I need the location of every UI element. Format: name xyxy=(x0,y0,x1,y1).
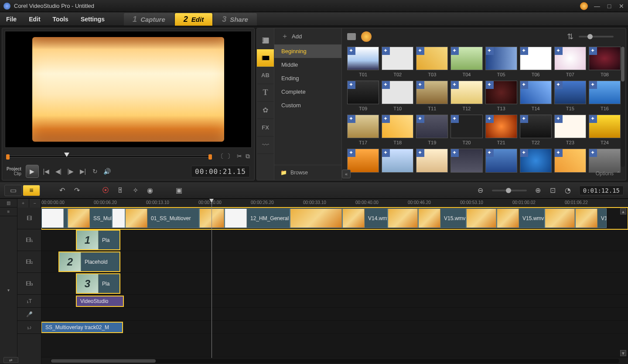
template-thumb[interactable]: T04 xyxy=(451,47,482,77)
scrub-track[interactable] xyxy=(7,156,212,157)
template-thumb[interactable]: T16 xyxy=(589,81,621,111)
next-frame-button[interactable]: |▶ xyxy=(66,167,75,176)
template-thumb[interactable]: T09 xyxy=(347,81,379,111)
overlay-track-1[interactable]: 1Pla xyxy=(41,229,628,251)
template-thumb[interactable]: T22 xyxy=(520,115,552,145)
end-button[interactable]: ▶| xyxy=(78,167,88,176)
maximize-button[interactable]: □ xyxy=(606,3,612,9)
menu-file[interactable]: File xyxy=(0,12,23,26)
video-clip[interactable] xyxy=(199,208,225,228)
template-thumb[interactable] xyxy=(485,149,517,174)
lib-thumb-size-slider[interactable] xyxy=(579,36,614,37)
template-thumb[interactable]: T05 xyxy=(485,47,517,77)
mark-out-button[interactable]: 〕 xyxy=(227,153,233,160)
lib-sort-button[interactable]: ⇅ xyxy=(567,32,573,41)
video-clip[interactable]: V14.wmv xyxy=(342,208,388,228)
template-thumb[interactable] xyxy=(347,149,379,174)
voice-track[interactable] xyxy=(41,308,628,321)
timeline-ruler[interactable]: 00:00:00.0000:00:06.2000:00:13.1000:00:2… xyxy=(41,199,628,208)
track-head-overlay1[interactable]: 🎞₁ xyxy=(17,229,41,251)
add-marker-button[interactable]: ＋ xyxy=(17,199,29,208)
mark-in-button[interactable]: 〔 xyxy=(218,153,224,160)
lib-tab-instant-project[interactable] xyxy=(257,49,274,67)
lib-tab-graphic[interactable]: ✿ xyxy=(257,102,274,119)
template-thumb[interactable] xyxy=(520,149,552,174)
video-clip[interactable]: fac xyxy=(112,208,125,228)
lib-collapse-button[interactable]: « xyxy=(342,170,351,178)
preview-viewport[interactable] xyxy=(5,31,252,148)
title-track[interactable]: VideoStudio xyxy=(41,295,628,308)
title-clip[interactable]: VideoStudio xyxy=(76,296,123,306)
step-tab-capture[interactable]: 1Capture xyxy=(124,13,174,26)
lib-item-middle[interactable]: Middle xyxy=(274,58,341,71)
template-thumb[interactable]: T02 xyxy=(382,47,413,77)
video-clip[interactable] xyxy=(545,208,575,228)
undo-button[interactable]: ↶ xyxy=(55,185,69,196)
template-thumb[interactable]: T23 xyxy=(554,115,586,145)
video-clip[interactable]: SS_Multiover xyxy=(68,208,112,228)
audio-clip[interactable]: SS_Multioverlay track02_M xyxy=(41,322,123,333)
timeline-playhead[interactable] xyxy=(212,199,212,358)
template-thumb[interactable]: T12 xyxy=(451,81,482,111)
lib-item-beginning[interactable]: Beginning xyxy=(274,44,341,58)
record-button[interactable]: ⦿ xyxy=(99,185,113,196)
remove-marker-button[interactable]: − xyxy=(29,199,41,208)
audio-mixer-button[interactable]: 🎚 xyxy=(113,185,127,196)
template-thumb[interactable] xyxy=(382,149,413,174)
menu-tools[interactable]: Tools xyxy=(47,12,75,26)
video-clip[interactable]: V15.wmv xyxy=(497,208,545,228)
template-thumb[interactable]: T17 xyxy=(347,115,379,145)
video-clip[interactable] xyxy=(388,208,418,228)
subtitle-button[interactable]: ▣ xyxy=(172,185,186,196)
track-head-voice[interactable]: 🎤 xyxy=(17,308,41,321)
tracks-menu-button[interactable]: ▥ xyxy=(0,199,17,208)
auto-music-button[interactable]: ✧ xyxy=(128,185,142,196)
overlay3-clip[interactable]: 3Pla xyxy=(76,274,120,293)
step-tab-share[interactable]: 3Share xyxy=(213,13,257,26)
lib-tab-transition[interactable]: AB xyxy=(257,67,274,84)
lib-tab-title[interactable]: T xyxy=(257,84,274,102)
repeat-button[interactable]: ↻ xyxy=(90,167,100,176)
template-thumb[interactable]: T15 xyxy=(554,81,586,111)
lib-tab-media[interactable] xyxy=(257,32,274,49)
track-motion-button[interactable]: ◉ xyxy=(143,185,157,196)
template-thumb[interactable]: T07 xyxy=(554,47,586,77)
video-clip[interactable]: 01_SS_Multiover xyxy=(125,208,199,228)
overlay1-clip[interactable]: 1Pla xyxy=(76,230,120,250)
music-track[interactable]: SS_Multioverlay track02_M xyxy=(41,321,628,334)
track-head-title[interactable]: ₁T xyxy=(17,295,41,308)
lib-item-custom[interactable]: Custom xyxy=(274,99,341,112)
zoom-slider[interactable] xyxy=(492,190,527,191)
template-thumb[interactable] xyxy=(451,149,482,174)
scrub-handle[interactable] xyxy=(64,153,69,157)
tracks-list-button[interactable]: ≡ xyxy=(0,208,17,216)
track-head-overlay3[interactable]: 🎞₃ xyxy=(17,273,41,295)
track-scroll-up[interactable]: ▲ xyxy=(620,208,626,214)
video-clip[interactable] xyxy=(466,208,497,228)
step-tab-edit[interactable]: 2Edit xyxy=(175,13,212,26)
overlay-track-3[interactable]: 3Pla xyxy=(41,273,628,295)
lib-tab-filter[interactable]: FX xyxy=(257,119,274,136)
timeline-view-button[interactable]: ≡ xyxy=(23,185,40,196)
tracks-chevron[interactable]: ▾ xyxy=(0,216,17,364)
home-button[interactable]: |◀ xyxy=(41,167,51,176)
lib-scrollbar[interactable] xyxy=(621,46,625,167)
template-thumb[interactable]: T01 xyxy=(347,47,379,77)
volume-button[interactable]: 🔊 xyxy=(102,167,112,176)
track-head-music[interactable]: ₁♪ xyxy=(17,321,41,334)
track-scroll-down[interactable]: ▼ xyxy=(620,350,626,356)
lib-folder-icon[interactable] xyxy=(347,33,356,40)
template-thumb[interactable]: T21 xyxy=(485,115,517,145)
storyboard-view-button[interactable]: ▭ xyxy=(4,185,22,196)
fit-project-button[interactable]: ⊡ xyxy=(546,185,560,196)
lib-tab-path[interactable]: 〰 xyxy=(257,136,274,154)
enlarge-button[interactable]: ⧉ xyxy=(246,153,250,160)
template-thumb[interactable]: T14 xyxy=(520,81,552,111)
template-thumb[interactable]: T08 xyxy=(589,47,621,77)
template-thumb[interactable] xyxy=(416,149,448,174)
lib-reel-icon[interactable] xyxy=(361,31,372,42)
video-clip[interactable]: V16.wmv xyxy=(575,208,607,228)
overlay2-clip[interactable]: 2Placehold xyxy=(59,252,120,272)
template-thumb[interactable]: T03 xyxy=(416,47,448,77)
overlay-track-2[interactable]: 2Placehold xyxy=(41,251,628,273)
